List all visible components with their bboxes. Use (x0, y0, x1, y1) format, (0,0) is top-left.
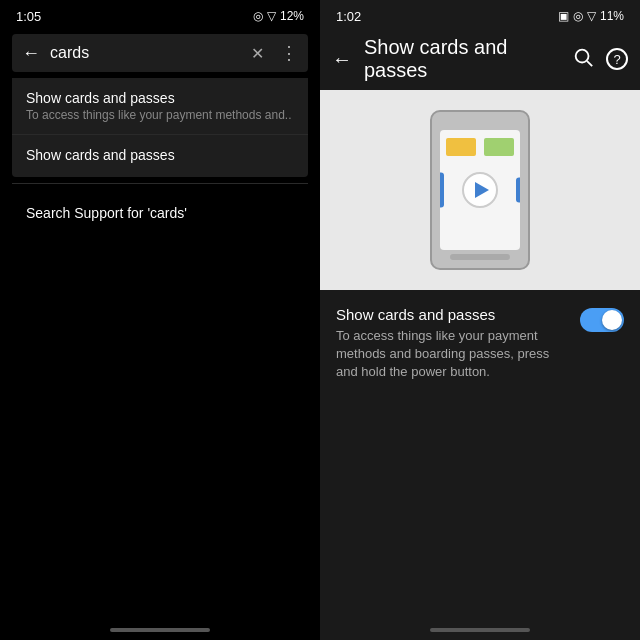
app-bar-help-button[interactable]: ? (606, 48, 628, 70)
left-status-bar: 1:05 ◎ ▽ 12% (0, 0, 320, 28)
search-result-item[interactable]: Show cards and passes To access things l… (12, 78, 308, 135)
card-blue-left (440, 173, 444, 208)
card-green (484, 138, 514, 156)
right-status-icons: ▣ ◎ ▽ 11% (558, 9, 624, 23)
setting-text: Show cards and passes To access things l… (336, 306, 564, 382)
right-panel: 1:02 ▣ ◎ ▽ 11% ← Show cards and passes ? (320, 0, 640, 640)
svg-point-0 (576, 49, 589, 62)
play-button[interactable] (462, 172, 498, 208)
search-result-item-2[interactable]: Show cards and passes (12, 135, 308, 177)
phone-home-bar (450, 254, 510, 260)
search-results-list: Show cards and passes To access things l… (12, 78, 308, 177)
result-title-1: Show cards and passes (26, 90, 294, 106)
right-battery-icon: 11% (600, 9, 624, 23)
right-wifi-icon: ▽ (587, 9, 596, 23)
left-time: 1:05 (16, 9, 41, 24)
setting-row: Show cards and passes To access things l… (320, 290, 640, 398)
left-panel: 1:05 ◎ ▽ 12% ← cards ✕ ⋮ Show cards and … (0, 0, 320, 640)
svg-line-1 (587, 61, 592, 66)
search-clear-button[interactable]: ✕ (251, 44, 264, 63)
left-status-icons: ◎ ▽ 12% (253, 9, 304, 23)
card-blue-right (516, 178, 520, 203)
right-screen-icon: ◎ (573, 9, 583, 23)
card-yellow (446, 138, 476, 156)
toggle-switch[interactable] (580, 308, 624, 332)
setting-title: Show cards and passes (336, 306, 564, 323)
divider (12, 183, 308, 184)
battery-icon: 12% (280, 9, 304, 23)
app-bar-search-button[interactable] (572, 46, 594, 73)
phone-illustration (430, 110, 530, 270)
support-search-item[interactable]: Search Support for 'cards' (12, 190, 308, 236)
setting-description: To access things like your payment metho… (336, 327, 564, 382)
toggle-thumb (602, 310, 622, 330)
screen-record-icon: ◎ (253, 9, 263, 23)
right-status-bar: 1:02 ▣ ◎ ▽ 11% (320, 0, 640, 28)
left-home-indicator (110, 628, 210, 632)
app-bar-title: Show cards and passes (364, 36, 560, 82)
wifi-icon: ▽ (267, 9, 276, 23)
video-preview[interactable] (320, 90, 640, 290)
play-triangle-icon (475, 182, 489, 198)
search-more-button[interactable]: ⋮ (280, 42, 298, 64)
app-bar-back-button[interactable]: ← (332, 48, 352, 71)
right-home-indicator (430, 628, 530, 632)
search-back-button[interactable]: ← (22, 43, 40, 64)
search-bar[interactable]: ← cards ✕ ⋮ (12, 34, 308, 72)
right-time: 1:02 (336, 9, 361, 24)
result-title-2: Show cards and passes (26, 147, 294, 163)
result-subtitle-1: To access things like your payment metho… (26, 108, 294, 122)
app-bar: ← Show cards and passes ? (320, 28, 640, 90)
search-query[interactable]: cards (50, 44, 241, 62)
support-search-text: Search Support for 'cards' (26, 205, 187, 221)
camera-icon: ▣ (558, 9, 569, 23)
